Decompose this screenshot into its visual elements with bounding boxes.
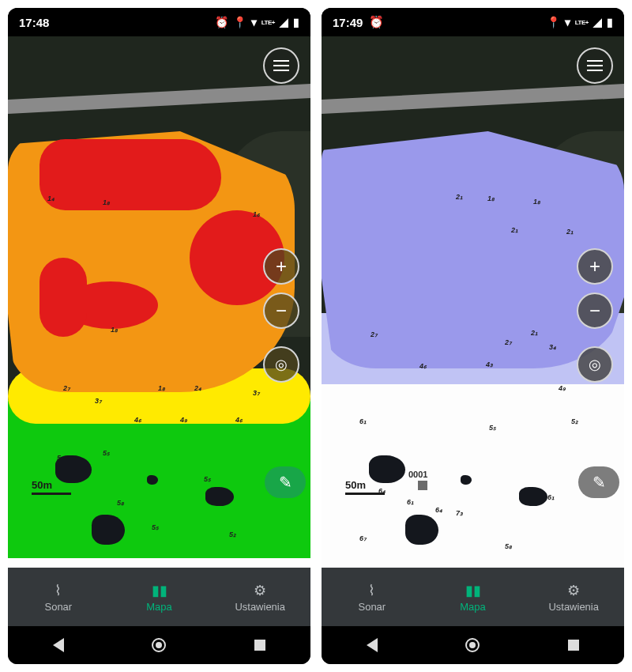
recents-button[interactable] (251, 636, 269, 654)
hamburger-icon (273, 60, 289, 71)
alarm-icon: ⏰ (369, 15, 384, 29)
status-bar: 17:49 ⏰ 📍 ▾ LTE+ ◢ ▮ (322, 8, 624, 36)
depth-label: 1₄ (47, 194, 55, 202)
map-view[interactable]: 1₄1₈1₆1₈2₄1₈2₇3₇3₇4₆4₉4₆5₅5₈5₅5₅5₂5₈ 50m… (8, 36, 310, 568)
depth-label: 2₁ (531, 329, 538, 337)
depth-label: 2₄ (194, 384, 201, 392)
zoom-in-button[interactable]: + (577, 248, 613, 285)
island (205, 487, 234, 506)
depth-label: 7₃ (456, 509, 463, 517)
map-icon: ▮▮ (152, 582, 167, 599)
recents-button[interactable] (565, 636, 582, 654)
bottom-nav: ⌇Sonar ▮▮Mapa ⚙Ustawienia (322, 568, 624, 626)
waypoint-label: 0001 (408, 470, 427, 479)
plus-icon: + (276, 255, 287, 277)
triangle-back-icon (53, 638, 64, 652)
island (519, 487, 547, 506)
edit-fab[interactable]: ✎ (265, 466, 306, 498)
plus-icon: + (589, 255, 600, 277)
tab-sonar[interactable]: ⌇Sonar (8, 568, 109, 626)
circle-home-icon (152, 638, 166, 652)
depth-label: 1₈ (103, 198, 110, 206)
sonar-icon: ⌇ (55, 582, 62, 599)
scale-bar: 50m (32, 479, 71, 495)
signal-icon: ◢ (593, 16, 602, 28)
zoom-in-button[interactable]: + (263, 248, 299, 285)
depth-label: 5₅ (204, 475, 211, 483)
clock: 17:48 (19, 16, 49, 29)
back-button[interactable] (363, 636, 381, 654)
depth-label: 5₈ (117, 499, 124, 507)
zoom-out-button[interactable]: − (263, 293, 299, 329)
tab-ustawienia[interactable]: ⚙Ustawienia (209, 568, 310, 626)
tab-label: Mapa (460, 601, 486, 613)
network-type: LTE+ (575, 19, 589, 26)
clock: 17:49 (333, 16, 363, 29)
island (461, 475, 472, 485)
battery-icon: ▮ (293, 16, 299, 28)
depth-label: 4₉ (180, 416, 187, 424)
wifi-icon: ▾ (251, 16, 257, 28)
edit-fab[interactable]: ✎ (578, 466, 619, 498)
island (405, 515, 438, 545)
network-type: LTE+ (261, 19, 275, 26)
depth-label: 2₁ (566, 228, 574, 236)
island (92, 515, 125, 545)
android-nav-bar (322, 626, 624, 664)
circle-home-icon (465, 638, 480, 652)
back-button[interactable] (50, 636, 67, 654)
phone-right: 17:49 ⏰ 📍 ▾ LTE+ ◢ ▮ 2₁1₈1₈2₁2₁2₁2₇3₄4₃4… (322, 8, 624, 664)
compass-icon: ◎ (589, 356, 601, 373)
depth-label: 1₈ (111, 326, 118, 334)
depth-label: 4₆ (235, 416, 243, 424)
depth-label: 6₁ (407, 498, 414, 506)
battery-icon: ▮ (607, 16, 613, 28)
tab-label: Sonar (44, 601, 72, 613)
depth-label: 2₇ (505, 338, 512, 346)
depth-label: 6₇ (359, 534, 367, 542)
tab-ustawienia[interactable]: ⚙Ustawienia (523, 568, 624, 626)
depth-label: 3₇ (253, 389, 260, 397)
depth-label: 5₈ (505, 542, 512, 550)
tab-mapa[interactable]: ▮▮Mapa (109, 568, 210, 626)
zoom-out-button[interactable]: − (577, 293, 613, 329)
map-icon: ▮▮ (465, 582, 481, 599)
compass-button[interactable]: ◎ (577, 346, 613, 383)
home-button[interactable] (150, 636, 167, 654)
depth-label: 6₄ (435, 506, 442, 514)
tab-mapa[interactable]: ▮▮Mapa (423, 568, 524, 626)
status-bar: 17:48 ⏰ 📍 ▾ LTE+ ◢ ▮ (8, 8, 310, 36)
depth-label: 1₆ (253, 210, 260, 218)
depth-label: 4₃ (486, 361, 493, 368)
depth-label: 4₆ (419, 362, 427, 370)
status-icons: ⏰ 📍 ▾ LTE+ ◢ ▮ (215, 16, 299, 28)
gear-icon: ⚙ (254, 582, 266, 599)
tab-label: Ustawienia (235, 601, 285, 613)
menu-button[interactable] (577, 47, 613, 84)
island (147, 475, 158, 485)
location-icon: 📍 (547, 16, 560, 28)
minus-icon: − (589, 300, 600, 322)
alarm-icon: ⏰ (215, 16, 228, 28)
minus-icon: − (276, 300, 287, 322)
square-recents-icon (254, 640, 265, 651)
bottom-nav: ⌇Sonar ▮▮Mapa ⚙Ustawienia (8, 568, 310, 626)
depth-label: 3₇ (95, 397, 102, 405)
depth-label: 4₉ (559, 384, 566, 392)
depth-label: 5₅ (103, 449, 110, 457)
pencil-icon: ✎ (592, 473, 606, 492)
map-view[interactable]: 2₁1₈1₈2₁2₁2₁2₇3₄4₃4₆2₇4₉5₂6₁5₅6₄6₁6₄6₁7₃… (322, 36, 624, 568)
compass-button[interactable]: ◎ (263, 346, 299, 383)
menu-button[interactable] (263, 47, 299, 84)
depth-label: 4₆ (134, 416, 141, 424)
waypoint-marker[interactable] (418, 481, 427, 490)
depth-label: 1₈ (487, 194, 495, 202)
depth-label: 2₇ (63, 384, 70, 392)
tab-label: Sonar (358, 601, 386, 613)
tab-sonar[interactable]: ⌇Sonar (322, 568, 423, 626)
triangle-back-icon (367, 638, 378, 652)
status-icons: 📍 ▾ LTE+ ◢ ▮ (547, 16, 613, 28)
home-button[interactable] (464, 636, 481, 654)
wifi-icon: ▾ (565, 16, 570, 28)
hamburger-icon (587, 60, 603, 71)
